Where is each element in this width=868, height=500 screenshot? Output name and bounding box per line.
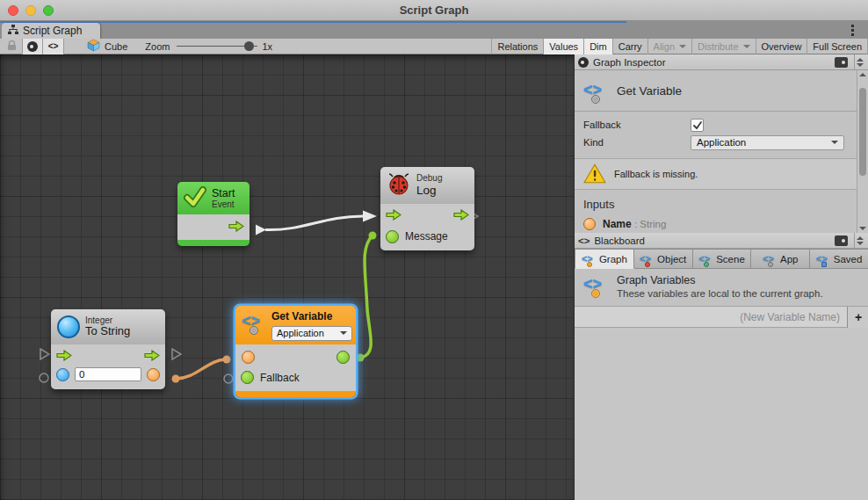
panel-scroll-arrows[interactable] [854,54,865,70]
node-body: Message [380,204,474,250]
graph-canvas[interactable]: Start Event [0,54,574,500]
panel-maximize-icon[interactable] [835,57,848,68]
tab-scene[interactable]: <> Scene [693,249,752,269]
integer-input-port[interactable] [56,368,69,381]
ghost-value-port [40,373,48,382]
flow-output-port[interactable] [144,350,160,364]
tab-graph[interactable]: <> Graph [575,249,634,269]
tab-script-graph[interactable]: Script Graph [2,23,100,39]
name-input-port[interactable] [242,351,255,364]
selection-header: <> Get Variable [575,70,868,112]
dim-button[interactable]: Dim [583,39,612,54]
node-debug-log[interactable]: Debug Log Message [380,167,474,250]
graph-inspector-header[interactable]: Graph Inspector [575,54,868,70]
message-input-port[interactable] [386,230,399,243]
node-title: Start [212,187,235,199]
code-view-button[interactable]: <> [43,39,64,54]
saved-disk-badge-icon [821,262,827,267]
overview-button[interactable]: Overview [756,39,807,54]
wire-cap [357,354,365,362]
variable-icon: <> [242,311,266,332]
graph-inspector-toggle-button[interactable] [22,39,43,54]
distribute-button[interactable]: Distribute [691,39,755,54]
fallback-checkbox[interactable] [691,119,704,132]
lock-icon[interactable] [7,40,17,53]
variable-icon: <> [583,80,608,101]
scene-badge-icon [704,262,709,267]
panel-maximize-icon[interactable] [835,236,848,246]
node-title: Log [416,184,442,198]
tab-app[interactable]: <> App [751,249,810,269]
blackboard-header[interactable]: <> Blackboard [575,233,868,249]
blackboard-empty-area [575,328,868,500]
object-variables-icon: <> [640,253,654,265]
graph-toolbar: <> Cube Zoom 1x Relations Values Dim Car… [0,39,868,54]
node-header: Integer To String [51,309,165,344]
new-variable-input[interactable] [575,307,847,327]
app-gear-badge-icon [768,262,773,267]
inspector-icon [27,41,38,52]
variable-kind-dropdown[interactable]: Application [271,326,352,341]
blackboard-icon: <> [578,236,590,246]
graph-variables-icon: <> [583,274,608,295]
kind-dropdown[interactable]: Application [691,135,844,150]
zoom-slider[interactable] [177,39,257,54]
dropdown-arrow-icon [831,141,838,144]
window-menu-icon[interactable] [851,25,854,36]
dropdown-arrow-icon [679,45,686,48]
integer-sphere-icon [57,315,80,338]
values-button[interactable]: Values [543,39,583,54]
fallback-port-label: Fallback [260,372,300,384]
add-variable-button[interactable]: + [847,307,868,328]
flow-output-port[interactable] [228,221,244,235]
warning-icon [583,163,606,185]
zoom-value: 1x [262,41,272,52]
relations-button[interactable]: Relations [491,39,543,54]
value-output-port[interactable] [336,351,350,364]
flow-input-port[interactable] [386,209,401,223]
message-port-label: Message [405,230,448,243]
flow-output-port[interactable] [453,209,469,223]
flow-input-port[interactable] [56,350,72,364]
full-screen-button[interactable]: Full Screen [807,39,868,54]
warning-text: Fallback is missing. [614,169,698,179]
node-body [51,344,165,389]
app-variables-icon: <> [763,253,777,265]
inspector-icon [578,57,589,68]
node-start-event[interactable]: Start Event [177,182,250,246]
value-wire-green[interactable] [360,236,373,358]
node-integer-to-string[interactable]: Integer To String [51,309,165,389]
wire-cap [369,232,377,240]
carry-button[interactable]: Carry [612,39,647,54]
node-footer [177,240,250,246]
graph-variables-section: <> Graph Variables These variables are l… [575,269,868,307]
integer-value-field[interactable] [75,367,141,381]
blackboard-tabs: <> Graph <> Object <> Scene <> App <> Sa… [575,249,868,269]
string-output-port[interactable] [147,368,160,381]
align-button[interactable]: Align [647,39,691,54]
node-supertitle: Debug [416,173,442,184]
node-get-variable[interactable]: <> Get Variable Application Fa [235,306,356,397]
ladybug-icon [387,172,411,199]
inspector-scrollbar[interactable] [857,70,868,233]
inputs-heading: Inputs [575,193,868,214]
graph-badge-icon [587,262,592,267]
object-badge-icon [645,262,650,267]
ghost-flow-port [172,349,181,359]
fallback-input-port[interactable] [241,371,254,384]
toolbar-right-buttons: Relations Values Dim Carry Align Distrib… [491,39,868,54]
input-name-row: Name : String [575,216,868,232]
node-header: Debug Log [380,167,474,204]
node-body [177,214,250,240]
value-wire-orange[interactable] [176,359,227,379]
tab-object[interactable]: <> Object [634,249,693,269]
tab-label: Script Graph [23,25,82,37]
tab-saved[interactable]: <> Saved [810,249,868,269]
new-variable-row: + [575,307,868,328]
panel-scroll-arrows[interactable] [854,233,865,249]
scrollbar-thumb[interactable] [859,88,866,176]
zoom-slider-handle[interactable] [244,41,254,51]
node-title: To String [85,325,130,338]
ghost-flow-port [40,349,49,359]
flow-wire[interactable] [265,216,363,230]
